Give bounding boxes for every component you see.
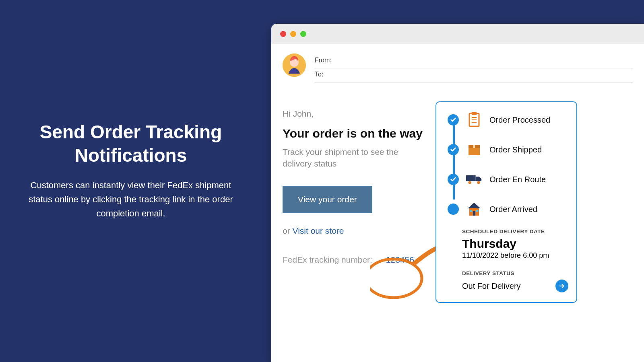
scheduled-day: Thursday [462, 237, 568, 251]
svg-rect-16 [470, 210, 472, 212]
delivery-status-label: DELIVERY STATUS [462, 270, 568, 276]
checkmark-icon [448, 174, 459, 185]
sender-avatar [283, 53, 306, 77]
scheduled-date: 11/10/2022 before 6.00 pm [462, 251, 568, 260]
marketing-heading: Send Order Tracking Notifications [24, 121, 237, 167]
clipboard-icon [466, 112, 482, 128]
window-minimize-dot[interactable] [290, 31, 296, 37]
email-to-field: To: [315, 68, 633, 82]
arrow-right-icon [559, 283, 565, 289]
avatar-icon [283, 53, 306, 77]
view-order-button[interactable]: View your order [283, 186, 372, 213]
truck-icon [466, 171, 482, 187]
step-arrived: Order Arrived [448, 201, 568, 217]
email-from-field: From: [315, 54, 633, 68]
step-label: Order Arrived [489, 205, 568, 214]
tracking-number[interactable]: 123456 [386, 255, 414, 264]
package-icon [466, 142, 482, 158]
current-dot-icon [448, 204, 459, 215]
checkmark-icon [448, 144, 459, 155]
window-close-dot[interactable] [280, 31, 286, 37]
tracking-steps: Order Processed Order Shipped Order En [444, 112, 568, 217]
checkmark-icon [448, 114, 459, 125]
step-label: Order Shipped [489, 145, 568, 154]
svg-point-12 [468, 181, 471, 184]
or-text: or [283, 226, 293, 235]
svg-rect-17 [476, 210, 478, 212]
window-titlebar [271, 24, 644, 44]
step-processed: Order Processed [448, 112, 568, 128]
status-details-button[interactable] [555, 280, 568, 292]
tracking-panel: Order Processed Order Shipped Order En [436, 101, 577, 303]
email-subtext: Track your shipment to see the delivery … [283, 146, 411, 170]
house-icon [466, 201, 482, 217]
visit-store-link[interactable]: Visit our store [293, 226, 344, 235]
tracking-label: FedEx tracking number: [283, 255, 372, 264]
svg-rect-15 [473, 211, 475, 216]
email-window: From: To: Hi John, Your order is on the … [271, 24, 644, 362]
marketing-copy: Send Order Tracking Notifications Custom… [24, 121, 237, 221]
scheduled-label: SCHEDULED DELIVERY DATE [462, 228, 568, 234]
step-enroute: Order En Route [448, 171, 568, 187]
step-label: Order Processed [489, 115, 568, 125]
step-label: Order En Route [489, 175, 568, 184]
email-header: From: To: [271, 44, 644, 82]
window-zoom-dot[interactable] [300, 31, 306, 37]
svg-point-2 [370, 259, 422, 298]
svg-rect-10 [473, 145, 475, 148]
step-shipped: Order Shipped [448, 142, 568, 158]
delivery-status: Out For Delivery [462, 282, 521, 291]
marketing-body: Customers can instantly view their FedEx… [24, 178, 237, 221]
svg-point-13 [477, 181, 480, 184]
svg-rect-4 [472, 112, 477, 115]
svg-rect-11 [466, 175, 476, 181]
